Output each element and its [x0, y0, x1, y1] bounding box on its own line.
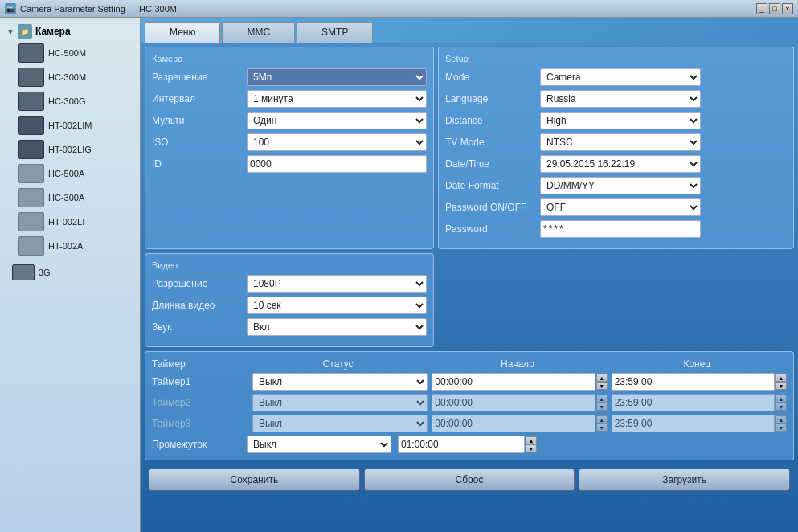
timer1-start-input[interactable] — [432, 373, 595, 391]
video-resolution-select[interactable]: 1080P 720P — [247, 275, 427, 293]
interval-time-up[interactable]: ▲ — [526, 436, 537, 444]
iso-label: ISO — [152, 137, 240, 148]
timer-header-start: Начало — [428, 358, 607, 370]
sidebar-item-ht002a[interactable]: HT-002A — [4, 234, 136, 258]
timer2-end-wrap: ▲ ▼ — [612, 394, 787, 411]
timer1-status-select[interactable]: Выкл Вкл — [252, 373, 428, 391]
timer3-row: Таймер3 Выкл ▲ ▼ ▲ — [152, 415, 787, 432]
sidebar-item-hc500a[interactable]: HC-500A — [4, 162, 136, 186]
cam-thumb-ht002a — [18, 236, 44, 256]
interval-select[interactable]: 1 минута 5 минут — [247, 90, 427, 108]
maximize-button[interactable]: □ — [769, 3, 780, 14]
sidebar-item-hc500m[interactable]: HC-500M — [4, 41, 136, 65]
sound-select[interactable]: Вкл Выкл — [247, 318, 427, 336]
sidebar: ▼ 📁 Камера HC-500M HC-300M HC-300G HT-00… — [0, 18, 141, 532]
tab-menu[interactable]: Меню — [145, 22, 220, 43]
reset-button[interactable]: Сброс — [364, 469, 575, 491]
timer3-start-spinner: ▲ ▼ — [596, 415, 608, 432]
sidebar-label-hc500m: HC-500M — [48, 48, 86, 58]
timer3-status-select[interactable]: Выкл — [252, 415, 428, 432]
timer2-status-select[interactable]: Выкл — [252, 394, 428, 411]
multi-select[interactable]: Один Три — [247, 112, 427, 129]
timer2-label: Таймер2 — [152, 397, 248, 408]
password-onoff-select[interactable]: OFF ON — [540, 198, 701, 216]
load-button[interactable]: Загрузить — [579, 469, 790, 491]
sidebar-item-hc300a[interactable]: HC-300A — [4, 186, 136, 210]
cam-thumb-hc500m — [18, 43, 44, 63]
video-panel-title: Видео — [152, 260, 427, 270]
tvmode-select[interactable]: NTSC PAL — [540, 133, 701, 151]
timer2-end-spinner: ▲ ▼ — [775, 395, 787, 411]
save-button[interactable]: Сохранить — [149, 469, 360, 491]
timer2-start-spinner: ▲ ▼ — [596, 395, 608, 411]
sidebar-item-3g[interactable]: 3G — [4, 262, 136, 283]
id-label: ID — [152, 158, 240, 170]
sidebar-item-hc300g[interactable]: HC-300G — [4, 89, 136, 113]
minimize-button[interactable]: _ — [756, 3, 767, 14]
password-input[interactable] — [540, 220, 701, 238]
sidebar-item-ht002lim[interactable]: HT-002LIM — [4, 113, 136, 137]
sidebar-label-hc300g: HC-300G — [48, 96, 85, 106]
sidebar-item-ht002lig[interactable]: HT-002LIG — [4, 137, 136, 162]
timer1-end-input[interactable] — [612, 373, 775, 391]
iso-select[interactable]: 100 200 400 — [247, 133, 427, 151]
window-controls: _ □ × — [756, 3, 793, 14]
timer1-row: Таймер1 Выкл Вкл ▲ ▼ — [152, 373, 787, 391]
video-length-select[interactable]: 10 сек 30 сек — [247, 297, 427, 314]
timer3-start-wrap: ▲ ▼ — [432, 415, 607, 432]
timer2-end-input[interactable] — [612, 394, 775, 411]
sidebar-label-hc300a: HC-300A — [48, 193, 84, 203]
timer3-start-down: ▼ — [596, 424, 608, 432]
setup-panel: Setup Mode Camera Video Language Russia … — [438, 47, 794, 249]
timer2-end-down: ▼ — [775, 403, 787, 411]
cam-thumb-3g — [12, 264, 35, 280]
interval-status-select[interactable]: Выкл Вкл — [247, 436, 391, 453]
timer2-row: Таймер2 Выкл ▲ ▼ ▲ — [152, 394, 787, 411]
timer3-end-spinner: ▲ ▼ — [775, 415, 787, 432]
cam-thumb-hc500a — [18, 164, 44, 183]
sidebar-label-ht002lim: HT-002LIM — [48, 121, 92, 130]
timer3-end-input[interactable] — [612, 415, 775, 432]
tab-smtp[interactable]: SMTP — [297, 22, 373, 43]
cam-thumb-hc300m — [18, 68, 44, 87]
language-row: Language Russia English — [445, 90, 787, 108]
sidebar-label-ht002a: HT-002A — [48, 241, 83, 251]
sidebar-label-hc300m: HC-300M — [48, 72, 86, 82]
password-onoff-row: Password ON/OFF OFF ON — [445, 198, 787, 216]
timer2-start-input[interactable] — [432, 394, 595, 411]
timer2-end-up: ▲ — [775, 395, 787, 403]
sidebar-item-ht002li[interactable]: HT-002LI — [4, 210, 136, 234]
timer1-start-up[interactable]: ▲ — [596, 374, 608, 382]
timer3-start-up: ▲ — [596, 415, 608, 424]
resolution-select[interactable]: 5Мп 8Мп 12Мп — [247, 68, 427, 86]
timer3-start-input[interactable] — [432, 415, 595, 432]
timer-header-end: Конец — [608, 358, 787, 370]
mode-select[interactable]: Camera Video — [540, 68, 701, 86]
distance-select[interactable]: Low High Medium — [540, 112, 701, 129]
timer3-end-wrap: ▲ ▼ — [612, 415, 787, 432]
id-row: ID — [152, 155, 427, 173]
interval-label: Интервал — [152, 93, 240, 104]
id-input[interactable] — [247, 155, 427, 173]
cam-thumb-ht002lim — [18, 116, 44, 135]
dateformat-select[interactable]: DD/MM/YY MM/DD/YY — [540, 177, 701, 194]
tab-mmc[interactable]: MMC — [222, 22, 295, 43]
interval-time-input[interactable] — [398, 436, 525, 453]
interval-time-down[interactable]: ▼ — [526, 444, 537, 452]
datetime-select[interactable]: 29.05.2015 16:22:19 — [540, 155, 701, 173]
timer3-label: Таймер3 — [152, 418, 248, 429]
language-select[interactable]: Russia English — [540, 90, 701, 108]
timer1-end-down[interactable]: ▼ — [775, 382, 787, 390]
video-length-row: Длинна видео 10 сек 30 сек — [152, 297, 427, 314]
resolution-row: Разрешение 5Мп 8Мп 12Мп — [152, 68, 427, 86]
timer2-start-wrap: ▲ ▼ — [432, 394, 607, 411]
expand-icon: ▼ — [6, 27, 14, 36]
mode-label: Mode — [445, 72, 534, 83]
top-panels-row: Камера Разрешение 5Мп 8Мп 12Мп Интервал … — [145, 47, 794, 249]
close-button[interactable]: × — [782, 3, 793, 14]
timer1-end-up[interactable]: ▲ — [775, 374, 787, 382]
password-row: Password — [445, 220, 787, 238]
interval-time-spinner: ▲ ▼ — [526, 436, 537, 452]
sidebar-item-hc300m[interactable]: HC-300M — [4, 65, 136, 89]
timer1-start-down[interactable]: ▼ — [596, 382, 608, 390]
